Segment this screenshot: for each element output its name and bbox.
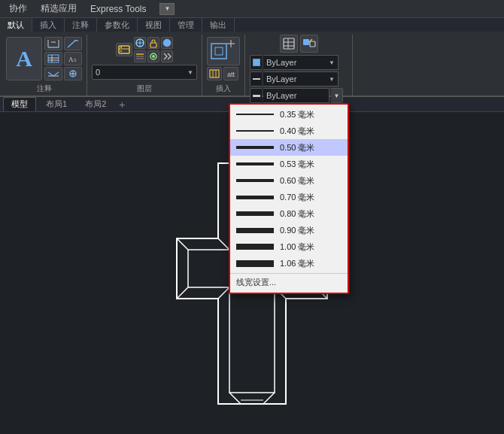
match-properties-btn[interactable] bbox=[300, 35, 318, 53]
svg-rect-34 bbox=[215, 47, 223, 55]
properties-tools: ByLayer ▼ ByLayer ▼ bbox=[250, 35, 348, 103]
lw-label-050: 0.50 毫米 bbox=[280, 142, 314, 153]
svg-rect-46 bbox=[310, 41, 315, 47]
linetype-dropdown-arrow: ▼ bbox=[329, 76, 335, 83]
layer-dropdown[interactable]: 0 ▼ bbox=[92, 65, 197, 80]
svg-rect-19 bbox=[119, 46, 129, 53]
base-right bbox=[263, 393, 275, 404]
svg-point-21 bbox=[120, 47, 122, 48]
layer-merge-btn[interactable] bbox=[161, 50, 173, 62]
ribbon-tab-home[interactable]: 默认 bbox=[0, 18, 32, 32]
lw-item-070[interactable]: 0.70 毫米 bbox=[230, 189, 348, 205]
layer-match-btn[interactable] bbox=[134, 50, 146, 62]
dim-style-btn[interactable] bbox=[44, 67, 62, 80]
blocks-group: att 插入 bbox=[204, 35, 245, 96]
lw-item-100[interactable]: 1.00 毫米 bbox=[230, 238, 348, 255]
lw-line-035 bbox=[236, 114, 274, 115]
ribbon-tab-annotate[interactable]: 注释 bbox=[65, 18, 97, 32]
layer-freeze-btn[interactable] bbox=[134, 37, 146, 49]
lineweight-row: ByLayer ▼ 0.35 毫米 0.40 毫米 bbox=[250, 88, 348, 103]
table-btn[interactable] bbox=[44, 52, 62, 65]
menu-bar: 协作 精选应用 Express Tools ▼ bbox=[0, 0, 504, 18]
lw-item-060[interactable]: 0.60 毫米 bbox=[230, 172, 348, 189]
lw-line-060 bbox=[236, 179, 274, 183]
ribbon-tab-insert[interactable]: 插入 bbox=[32, 18, 65, 32]
svg-rect-7 bbox=[48, 55, 59, 62]
svg-marker-6 bbox=[74, 40, 77, 41]
annotation-label: 注释 bbox=[6, 82, 82, 96]
lw-item-035[interactable]: 0.35 毫米 bbox=[230, 106, 348, 123]
lw-label-060: 0.60 毫米 bbox=[280, 175, 314, 187]
lw-item-080[interactable]: 0.80 毫米 bbox=[230, 205, 348, 222]
lw-label-090: 0.90 毫米 bbox=[280, 225, 314, 236]
lw-item-050[interactable]: 0.50 毫米 bbox=[230, 139, 348, 156]
add-layout-btn[interactable]: + bbox=[119, 99, 125, 111]
lw-line-090 bbox=[236, 228, 274, 233]
lw-item-053[interactable]: 0.53 毫米 bbox=[230, 156, 348, 172]
layout2-tab[interactable]: 布局2 bbox=[77, 97, 114, 111]
lw-line-050 bbox=[236, 146, 274, 149]
svg-point-32 bbox=[152, 55, 155, 58]
lw-item-040[interactable]: 0.40 毫米 bbox=[230, 123, 348, 139]
ribbon-tabs: 默认 插入 注释 参数化 视图 管理 输出 bbox=[0, 18, 504, 32]
svg-rect-26 bbox=[150, 43, 156, 47]
insert-label: 插入 bbox=[207, 82, 240, 96]
lineweight-popup: 0.35 毫米 0.40 毫米 0.50 毫米 bbox=[229, 103, 349, 294]
left-top-diag bbox=[177, 238, 188, 250]
svg-text:att: att bbox=[227, 71, 235, 78]
leader-btn[interactable] bbox=[64, 37, 82, 50]
ribbon-tab-view[interactable]: 视图 bbox=[138, 18, 170, 32]
layer-dropdown-arrow: ▼ bbox=[187, 69, 193, 76]
menu-cooperation[interactable]: 协作 bbox=[3, 1, 33, 17]
menu-express-tools[interactable]: Express Tools bbox=[84, 2, 152, 16]
lineweight-settings-btn[interactable]: 线宽设置... bbox=[230, 273, 348, 291]
lineweight-dropdown[interactable]: ByLayer bbox=[263, 88, 329, 103]
color-row: ByLayer ▼ bbox=[250, 55, 348, 70]
lineweight-icon bbox=[250, 88, 262, 103]
layer-color-btn[interactable] bbox=[161, 37, 173, 49]
layer-properties-btn[interactable] bbox=[116, 43, 132, 56]
lw-label-053: 0.53 毫米 bbox=[280, 159, 314, 170]
menu-featured[interactable]: 精选应用 bbox=[35, 1, 83, 17]
text-style-btn[interactable]: As bbox=[64, 52, 82, 65]
dimension-btn[interactable] bbox=[44, 37, 62, 50]
svg-line-14 bbox=[48, 72, 53, 76]
model-tab[interactable]: 模型 bbox=[3, 97, 36, 111]
blocks-tools: att bbox=[207, 35, 240, 82]
lw-label-070: 0.70 毫米 bbox=[280, 192, 314, 203]
layer-isolate-btn[interactable] bbox=[147, 50, 159, 62]
color-dropdown[interactable]: ByLayer ▼ bbox=[263, 55, 339, 70]
corner-bl bbox=[218, 287, 229, 299]
svg-text:A: A bbox=[68, 56, 74, 63]
ribbon-tab-params[interactable]: 参数化 bbox=[97, 18, 138, 32]
layers-label: 图层 bbox=[92, 82, 197, 96]
svg-rect-37 bbox=[210, 70, 219, 77]
svg-text:s: s bbox=[74, 57, 77, 62]
color-swatch bbox=[250, 55, 262, 70]
properties-palette-btn[interactable] bbox=[280, 35, 298, 53]
lw-label-100: 1.00 毫米 bbox=[280, 241, 314, 253]
lineweight-dropdown-arrow-btn[interactable]: ▼ bbox=[331, 88, 343, 103]
lw-line-053 bbox=[236, 162, 274, 165]
layout1-tab[interactable]: 布局1 bbox=[38, 97, 75, 111]
linetype-icon bbox=[250, 71, 262, 86]
ribbon-tab-manage[interactable]: 管理 bbox=[170, 18, 202, 32]
lw-item-090[interactable]: 0.90 毫米 bbox=[230, 222, 348, 238]
quick-access-btn[interactable]: ▼ bbox=[159, 3, 175, 15]
lw-item-106[interactable]: 1.06 毫米 bbox=[230, 255, 348, 272]
color-preview bbox=[253, 59, 260, 66]
properties-group: ByLayer ▼ ByLayer ▼ bbox=[247, 35, 353, 96]
create-block-btn[interactable] bbox=[207, 67, 222, 80]
linetype-bylayer-label: ByLayer bbox=[266, 74, 296, 83]
layer-lock-btn[interactable] bbox=[147, 37, 159, 49]
ribbon-tab-output[interactable]: 输出 bbox=[202, 18, 235, 32]
text-button[interactable]: A bbox=[6, 37, 42, 80]
lw-label-040: 0.40 毫米 bbox=[280, 126, 314, 137]
define-attrib-btn[interactable]: att bbox=[223, 67, 238, 80]
insert-block-btn[interactable] bbox=[207, 37, 240, 65]
linetype-dropdown[interactable]: ByLayer ▼ bbox=[263, 71, 339, 86]
annotation-extra-btn[interactable] bbox=[64, 67, 82, 80]
lineweight-preview bbox=[253, 95, 260, 97]
lw-line-100 bbox=[236, 244, 274, 250]
left-bot-diag bbox=[177, 287, 188, 299]
